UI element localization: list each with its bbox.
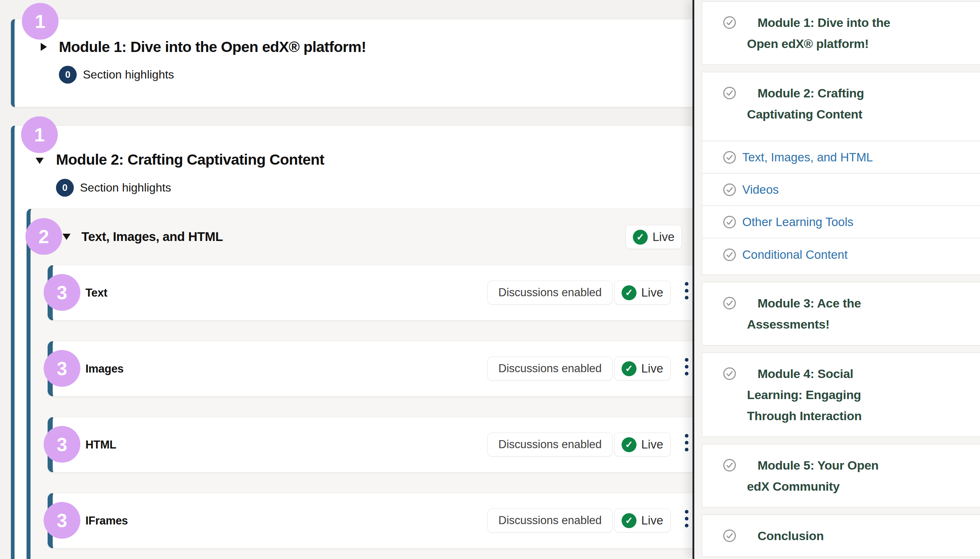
section-highlights-button[interactable]: 0 Section highlights bbox=[56, 179, 171, 197]
live-badge-label: Live bbox=[641, 286, 663, 299]
check-circle-icon: ✓ bbox=[621, 513, 636, 528]
caret-down-icon[interactable] bbox=[63, 234, 71, 240]
unit-row[interactable]: 3 IFrames Discussions enabled ✓ Live bbox=[48, 493, 692, 549]
course-navigation-sidebar: Module 1: Dive into theOpen edX® platfor… bbox=[692, 0, 980, 559]
sidebar-section-title[interactable]: Module 5: Your OpenedX Community bbox=[747, 455, 922, 497]
check-circle-icon: ✓ bbox=[621, 285, 636, 300]
caret-right-icon[interactable] bbox=[41, 43, 47, 51]
live-badge-label: Live bbox=[641, 362, 663, 375]
section-title[interactable]: Module 2: Crafting Captivating Content bbox=[56, 151, 324, 168]
unit-number-badge: 3 bbox=[44, 274, 80, 311]
sidebar-section-title[interactable]: Module 2: CraftingCaptivating Content bbox=[747, 83, 922, 125]
sidebar-section-card[interactable]: Module 2: CraftingCaptivating Content Te… bbox=[702, 71, 980, 275]
sidebar-section-title-line: Module 2: Crafting bbox=[747, 83, 922, 104]
live-status-badge: ✓ Live bbox=[614, 508, 671, 533]
unit-number-badge: 3 bbox=[44, 350, 80, 387]
sidebar-section-title-line: Module 1: Dive into the bbox=[747, 12, 922, 33]
sidebar-section-card[interactable]: Module 3: Ace theAssessments! bbox=[702, 282, 980, 346]
completion-check-icon bbox=[723, 529, 737, 542]
kebab-menu-button[interactable] bbox=[683, 356, 691, 378]
discussions-enabled-badge: Discussions enabled bbox=[488, 357, 613, 380]
sidebar-subsection-row[interactable]: Conditional Content bbox=[702, 238, 980, 271]
discussions-enabled-badge: Discussions enabled bbox=[488, 433, 613, 456]
unit-title[interactable]: IFrames bbox=[86, 514, 128, 528]
sidebar-section-title[interactable]: Module 1: Dive into theOpen edX® platfor… bbox=[747, 12, 922, 54]
sidebar-section-title[interactable]: Conclusion bbox=[747, 525, 922, 546]
kebab-menu-button[interactable] bbox=[683, 280, 691, 302]
section-title[interactable]: Module 1: Dive into the Open edX® platfo… bbox=[59, 38, 366, 56]
sidebar-section-title-line: Module 4: Social bbox=[747, 363, 922, 384]
sidebar-subsection-link[interactable]: Conditional Content bbox=[742, 248, 848, 262]
unit-row[interactable]: 3 Images Discussions enabled ✓ Live bbox=[48, 341, 692, 397]
sidebar-section-title-line: Learning: Engaging bbox=[747, 384, 922, 405]
subsection-number-badge: 2 bbox=[25, 218, 62, 255]
completion-check-icon bbox=[723, 183, 737, 197]
unit-row[interactable]: 3 HTML Discussions enabled ✓ Live bbox=[48, 417, 692, 473]
studio-course-outline-screen: 1 Module 1: Dive into the Open edX® plat… bbox=[0, 0, 980, 559]
discussions-badge-label: Discussions enabled bbox=[498, 438, 602, 451]
discussions-badge-label: Discussions enabled bbox=[498, 286, 602, 299]
completion-check-icon bbox=[723, 150, 737, 164]
completion-check-icon bbox=[723, 86, 737, 100]
live-status-badge: ✓ Live bbox=[614, 357, 671, 380]
completion-check-icon bbox=[723, 16, 737, 30]
completion-check-icon bbox=[723, 248, 737, 262]
section-number-badge: 1 bbox=[22, 3, 58, 40]
sidebar-section-title-row[interactable]: Module 2: CraftingCaptivating Content bbox=[702, 83, 980, 125]
sidebar-section-title-row[interactable]: Module 5: Your OpenedX Community bbox=[702, 455, 980, 497]
subsection-title[interactable]: Text, Images, and HTML bbox=[81, 229, 223, 244]
live-status-badge: ✓ Live bbox=[614, 281, 671, 304]
caret-down-icon[interactable] bbox=[36, 158, 44, 164]
completion-check-icon bbox=[723, 215, 737, 229]
section-number-badge: 1 bbox=[21, 116, 58, 153]
sidebar-section-title-row[interactable]: Module 1: Dive into theOpen edX® platfor… bbox=[702, 12, 980, 54]
unit-number-badge: 3 bbox=[44, 502, 80, 539]
kebab-menu-button[interactable] bbox=[683, 432, 691, 453]
sidebar-section-title-line: Captivating Content bbox=[747, 104, 922, 125]
live-status-badge: ✓ Live bbox=[626, 225, 682, 249]
completion-check-icon bbox=[723, 296, 737, 310]
live-status-badge: ✓ Live bbox=[614, 433, 671, 456]
live-badge-label: Live bbox=[641, 514, 663, 528]
highlights-count-badge: 0 bbox=[56, 179, 74, 197]
sidebar-subsection-link[interactable]: Videos bbox=[742, 183, 778, 197]
sidebar-section-title[interactable]: Module 3: Ace theAssessments! bbox=[747, 293, 922, 335]
sidebar-section-card[interactable]: Module 1: Dive into theOpen edX® platfor… bbox=[702, 1, 980, 65]
sidebar-section-card[interactable]: Module 5: Your OpenedX Community bbox=[702, 444, 980, 508]
completion-check-icon bbox=[723, 367, 737, 380]
section-card-module-2: 1 Module 2: Crafting Captivating Content… bbox=[11, 126, 692, 559]
unit-number-badge: 3 bbox=[44, 426, 80, 463]
sidebar-section-title[interactable]: Module 4: SocialLearning: EngagingThroug… bbox=[747, 363, 922, 426]
highlights-count-badge: 0 bbox=[59, 66, 77, 84]
check-circle-icon: ✓ bbox=[621, 361, 636, 376]
units-list: 3 Text Discussions enabled ✓ Live 3 Imag… bbox=[48, 265, 692, 559]
sidebar-subsection-row[interactable]: Other Learning Tools bbox=[702, 206, 980, 238]
sidebar-section-title-row[interactable]: Module 3: Ace theAssessments! bbox=[702, 293, 980, 335]
sidebar-subsection-row[interactable]: Text, Images, and HTML bbox=[702, 141, 980, 174]
sidebar-section-title-line: Assessments! bbox=[747, 314, 922, 335]
sidebar-section-title-line: Module 3: Ace the bbox=[747, 293, 922, 314]
unit-title[interactable]: Images bbox=[86, 362, 124, 375]
sidebar-section-title-row[interactable]: Conclusion bbox=[702, 525, 980, 546]
sidebar-subsection-row[interactable]: Videos bbox=[702, 174, 980, 206]
sidebar-subsection-list: Text, Images, and HTML Videos Other Lear… bbox=[702, 141, 980, 271]
unit-row[interactable]: 3 Text Discussions enabled ✓ Live bbox=[48, 265, 692, 321]
unit-title[interactable]: HTML bbox=[86, 438, 116, 452]
section-card-module-1: 1 Module 1: Dive into the Open edX® plat… bbox=[11, 19, 692, 107]
sidebar-section-title-line: Through Interaction bbox=[747, 405, 922, 426]
sidebar-subsection-link[interactable]: Text, Images, and HTML bbox=[742, 150, 873, 164]
live-badge-label: Live bbox=[641, 438, 663, 452]
sidebar-section-card[interactable]: Conclusion bbox=[702, 514, 980, 557]
unit-title[interactable]: Text bbox=[86, 286, 107, 299]
sidebar-section-title-line: Module 5: Your Open bbox=[747, 455, 922, 476]
sidebar-section-title-row[interactable]: Module 4: SocialLearning: EngagingThroug… bbox=[702, 363, 980, 426]
sidebar-section-title-line: Open edX® platform! bbox=[747, 33, 922, 54]
discussions-badge-label: Discussions enabled bbox=[498, 362, 602, 375]
live-badge-label: Live bbox=[653, 230, 675, 244]
kebab-menu-button[interactable] bbox=[683, 508, 691, 529]
sidebar-section-card[interactable]: Module 4: SocialLearning: EngagingThroug… bbox=[702, 352, 980, 437]
discussions-enabled-badge: Discussions enabled bbox=[488, 508, 613, 533]
sidebar-subsection-link[interactable]: Other Learning Tools bbox=[742, 215, 853, 229]
sidebar-section-title-line: edX Community bbox=[747, 476, 922, 497]
section-highlights-button[interactable]: 0 Section highlights bbox=[59, 66, 174, 84]
